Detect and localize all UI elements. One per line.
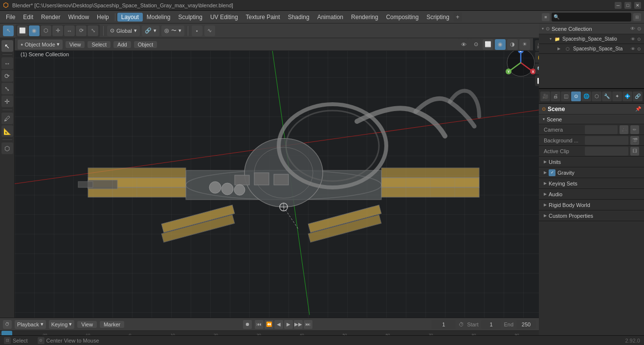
maximize-button[interactable]: □ [624, 2, 631, 9]
proportional-dropdown[interactable]: ◎ 〜 ▾ [161, 25, 184, 36]
scale-tool[interactable]: ⤡ [1, 83, 13, 94]
rotate-tool[interactable]: ⟳ [1, 70, 13, 82]
background-icon-btn[interactable]: 🎬 [630, 136, 639, 145]
render-props-btn[interactable]: 🎥 [540, 92, 550, 101]
scene-collection-eye[interactable]: 👁 [630, 26, 635, 31]
select-menu[interactable]: Select [88, 41, 111, 48]
annotate-tool[interactable]: 🖊 [1, 113, 13, 124]
playback-dropdown[interactable]: Playback ▾ [15, 320, 46, 329]
end-frame-input[interactable]: 250 [516, 320, 536, 329]
object-mode-dropdown[interactable]: ● Object Mode ▾ [18, 40, 63, 49]
modifier-props-btn[interactable]: 🔧 [602, 92, 612, 101]
minimize-button[interactable]: ─ [615, 2, 622, 9]
audio-row[interactable]: ▶ Audio [539, 189, 644, 200]
rotate-btn[interactable]: ⟳ [76, 25, 87, 36]
menu-file[interactable]: File [2, 13, 19, 22]
close-button[interactable]: ✕ [634, 2, 641, 9]
background-value[interactable] [585, 136, 628, 145]
select-mode-button[interactable]: ↖ [3, 25, 14, 36]
physics-props-btn[interactable]: 💠 [622, 92, 632, 101]
add-cube-tool[interactable]: ⬡ [1, 142, 13, 154]
gravity-row[interactable]: ▶ ✓ Gravity [539, 167, 644, 178]
object-menu[interactable]: Object [134, 41, 157, 48]
camera-value[interactable] [585, 125, 618, 134]
cursor-btn[interactable]: ✛ [52, 25, 63, 36]
transform-tool[interactable]: ✛ [1, 95, 13, 107]
timeline-mode-btn[interactable]: ⏱ [3, 320, 12, 329]
add-workspace-button[interactable]: + [453, 13, 462, 22]
workspace-shading[interactable]: Shading [284, 13, 313, 22]
view-layer-props-btn[interactable]: ◫ [561, 92, 571, 101]
spaceship-collection-camera[interactable]: ⊙ [637, 37, 641, 42]
transform-pivot-dropdown[interactable]: ⊙ Global ▾ [107, 25, 140, 36]
workspace-sculpting[interactable]: Sculpting [175, 13, 206, 22]
play-btn[interactable]: ▶ [284, 320, 293, 329]
rendered-btn[interactable]: ☀ [519, 39, 530, 50]
spaceship-collection-eye[interactable]: 👁 [631, 37, 635, 42]
view-menu[interactable]: View [66, 41, 85, 48]
custom-props-row[interactable]: ▶ Custom Properties [539, 210, 644, 221]
timeline-marker-menu[interactable]: Marker [100, 321, 124, 328]
solid-btn[interactable]: ◉ [495, 39, 506, 50]
output-props-btn[interactable]: 🖨 [551, 92, 560, 101]
wireframe-btn[interactable]: ⬜ [483, 39, 493, 50]
workspace-compositing[interactable]: Compositing [382, 13, 422, 22]
box-select-btn[interactable]: ⬜ [17, 25, 28, 36]
workspace-layout[interactable]: Layout [117, 13, 143, 22]
measure-tool[interactable]: 📐 [1, 125, 13, 137]
viewport-overlay-btn[interactable]: ⊙ [470, 39, 481, 50]
workspace-modeling[interactable]: Modeling [143, 13, 175, 22]
scene-sub-section[interactable]: ▾ Scene [539, 115, 644, 124]
start-frame-input[interactable]: 1 [481, 320, 501, 329]
timeline-view-menu[interactable]: View [77, 321, 97, 328]
move-tool[interactable]: ↔ [1, 57, 13, 69]
jump-end-btn[interactable]: ⏭ [304, 320, 312, 329]
add-menu[interactable]: Add [113, 41, 131, 48]
active-clip-icon-btn[interactable]: 🎞 [630, 147, 639, 156]
world-props-btn[interactable]: 🌐 [581, 92, 591, 101]
next-frame-btn[interactable]: ▶▶ [294, 320, 303, 329]
keying-sets-row[interactable]: ▶ Keying Sets [539, 178, 644, 189]
particles-props-btn[interactable]: ✦ [612, 92, 622, 101]
jump-start-btn[interactable]: ⏮ [255, 320, 264, 329]
viewport[interactable]: User Perspective (1) Scene Collection [15, 38, 548, 318]
scene-pin-icon[interactable]: 📌 [635, 106, 641, 112]
lookdev-btn[interactable]: ◑ [507, 39, 518, 50]
workspace-uv-editing[interactable]: UV Editing [206, 13, 242, 22]
circle-select-btn[interactable]: ◉ [29, 25, 40, 36]
units-row[interactable]: ▶ Units [539, 157, 644, 167]
outliner-filter-btn[interactable]: ⊞ [633, 13, 641, 21]
record-btn[interactable]: ⏺ [243, 320, 252, 329]
keying-dropdown[interactable]: Keying ▾ [49, 320, 75, 329]
spaceship-mesh-camera[interactable]: ⊙ [637, 46, 641, 51]
prev-frame-btn[interactable]: ◀ [274, 320, 283, 329]
active-clip-value[interactable] [585, 147, 628, 156]
workspace-animation[interactable]: Animation [313, 13, 347, 22]
outliner-item-spaceship-collection[interactable]: ▾ 📁 Spaceship_Space_Statio 👁 ⊙ [539, 34, 644, 44]
lasso-select-btn[interactable]: ⬡ [41, 25, 51, 36]
gravity-checkbox[interactable]: ✓ [549, 169, 555, 176]
jump-back-btn[interactable]: ⏪ [265, 320, 273, 329]
cursor-tool[interactable]: ↖ [1, 40, 13, 52]
outliner-item-spaceship-mesh[interactable]: ▶ ⬡ Spaceship_Space_Sta 👁 ⊙ [539, 44, 644, 54]
scene-collection-header[interactable]: ▾ ⊙ Scene Collection 👁 ⊙ [539, 23, 644, 34]
curve-btn[interactable]: ∿ [204, 25, 215, 36]
constraints-props-btn[interactable]: 🔗 [633, 92, 643, 101]
menu-help[interactable]: Help [93, 13, 113, 22]
menu-window[interactable]: Window [64, 13, 93, 22]
dot-btn[interactable]: • [192, 25, 202, 36]
outliner-type-icon[interactable]: ≡ [542, 13, 550, 21]
workspace-texture-paint[interactable]: Texture Paint [242, 13, 284, 22]
menu-edit[interactable]: Edit [19, 13, 37, 22]
workspace-rendering[interactable]: Rendering [347, 13, 382, 22]
scene-props-btn[interactable]: ⊙ [571, 92, 581, 101]
menu-render[interactable]: Render [37, 13, 64, 22]
move-btn[interactable]: ↔ [64, 25, 75, 36]
viewport-shading-btn[interactable]: 👁 [458, 39, 469, 50]
scale-btn[interactable]: ⤡ [88, 25, 98, 36]
camera-goto-btn[interactable]: ✏ [630, 125, 639, 134]
object-props-btn[interactable]: ⬡ [592, 92, 601, 101]
rigid-body-world-row[interactable]: ▶ Rigid Body World [539, 200, 644, 210]
snap-dropdown[interactable]: 🔗 ▾ [142, 25, 159, 36]
current-frame-input[interactable]: 1 [431, 320, 456, 329]
